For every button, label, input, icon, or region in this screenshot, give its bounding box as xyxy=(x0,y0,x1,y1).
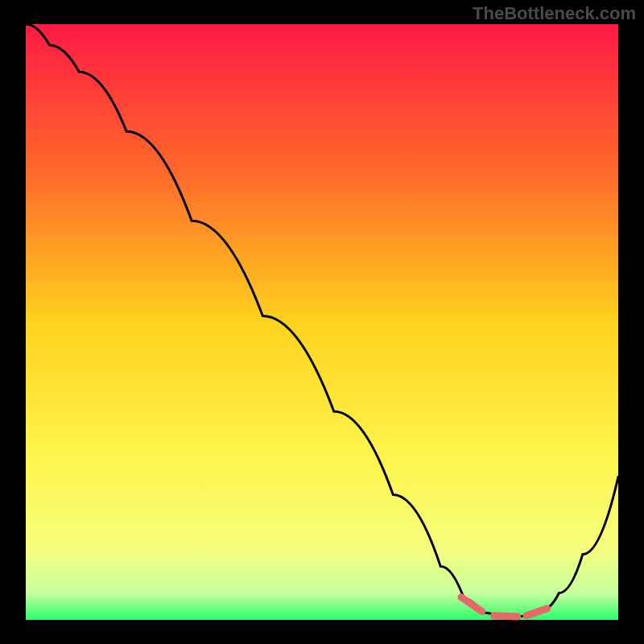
watermark-text: TheBottleneck.com xyxy=(473,3,636,24)
svg-line-1 xyxy=(493,616,517,617)
chart-svg xyxy=(0,0,644,644)
plot-background xyxy=(26,24,618,620)
chart-container: TheBottleneck.com xyxy=(0,0,644,644)
